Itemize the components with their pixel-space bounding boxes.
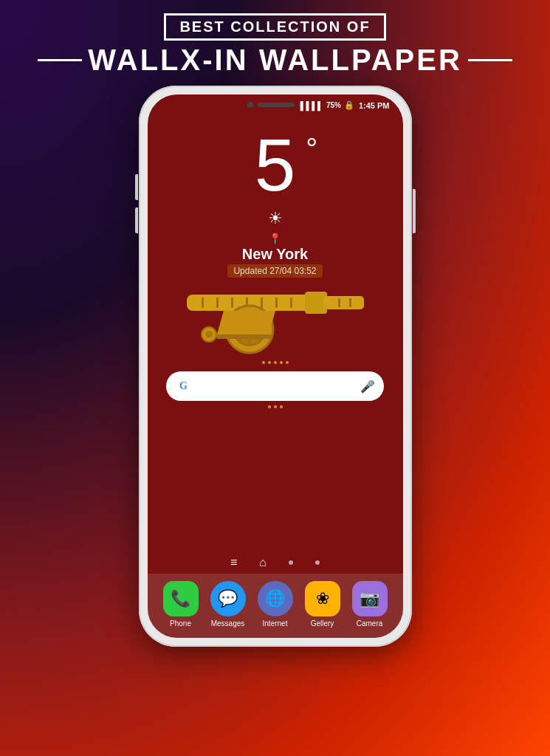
dock-apps-row: 📞 Phone 💬 Messages 🌐 Internet ❀ Gellery … <box>163 581 388 628</box>
lock-icon: 🔒 <box>344 100 354 110</box>
dots-decoration <box>262 361 289 364</box>
navigation-bar: ≡ ⌂ <box>148 550 403 574</box>
recents-dot-2 <box>315 560 320 565</box>
svg-rect-6 <box>275 298 278 308</box>
gallery-app-icon[interactable]: ❀ <box>305 581 340 616</box>
app-internet[interactable]: 🌐 Internet <box>258 581 293 628</box>
svg-rect-11 <box>349 298 351 307</box>
tag-line-text: BEST COLLECTION OF <box>179 18 370 35</box>
deco-line-left <box>38 59 82 61</box>
messages-app-icon[interactable]: 💬 <box>210 581 246 616</box>
svg-rect-1 <box>202 298 204 308</box>
wallpaper-content: 5° ☀ 📍 New York Updated 27/04 03:52 <box>148 113 403 550</box>
mic-icon[interactable]: 🎤 <box>360 379 375 394</box>
weather-sun-icon: ☀ <box>268 209 283 228</box>
phone-app-icon[interactable]: 📞 <box>163 581 199 616</box>
dots-decoration-2 <box>268 405 283 408</box>
svg-rect-9 <box>323 296 364 309</box>
app-messages[interactable]: 💬 Messages <box>210 581 246 628</box>
home-nav-icon[interactable]: ⌂ <box>259 556 267 569</box>
svg-rect-21 <box>216 334 272 339</box>
recents-dot-1 <box>289 560 293 565</box>
power-button[interactable] <box>413 189 416 233</box>
deco-line-right <box>468 59 512 61</box>
svg-rect-5 <box>261 298 263 308</box>
svg-rect-7 <box>290 298 292 308</box>
app-camera[interactable]: 📷 Camera <box>352 581 388 628</box>
messages-app-label: Messages <box>211 619 245 628</box>
svg-rect-3 <box>231 298 233 308</box>
internet-app-label: Internet <box>263 619 288 628</box>
tag-line-box: BEST COLLECTION OF <box>164 13 385 41</box>
app-dock: 📞 Phone 💬 Messages 🌐 Internet ❀ Gellery … <box>148 574 403 638</box>
svg-rect-2 <box>216 298 219 308</box>
camera-app-label: Camera <box>357 619 383 628</box>
battery-indicator: 75% <box>326 101 341 109</box>
title-row: WALLX-IN WALLPAPER <box>38 45 512 75</box>
phone-app-label: Phone <box>170 619 191 628</box>
cannon-svg <box>179 274 371 355</box>
degree-symbol: ° <box>306 134 317 163</box>
google-search-bar[interactable]: G 🎤 <box>166 371 383 401</box>
signal-icon: ▌▌▌▌ <box>300 101 323 110</box>
google-logo: G <box>175 378 191 394</box>
internet-app-icon[interactable]: 🌐 <box>258 581 293 616</box>
city-name: New York <box>242 246 308 263</box>
vol-down-button[interactable] <box>135 207 138 233</box>
svg-point-23 <box>205 331 213 338</box>
status-bar: ▌▌▌▌ 75% 🔒 1:45 PM <box>148 94 403 113</box>
temperature-widget: 5° <box>255 128 296 202</box>
camera-app-icon[interactable]: 📷 <box>352 581 388 616</box>
location-pin-icon: 📍 <box>269 233 281 244</box>
phone-screen: ▌▌▌▌ 75% 🔒 1:45 PM 5° ☀ 📍 New York Updat… <box>148 94 403 638</box>
vol-up-button[interactable] <box>135 174 138 200</box>
temperature-value: 5 <box>255 123 296 206</box>
app-gallery[interactable]: ❀ Gellery <box>305 581 340 628</box>
cannon-image <box>179 274 371 355</box>
time-display: 1:45 PM <box>359 101 390 110</box>
phone-device: ▌▌▌▌ 75% 🔒 1:45 PM 5° ☀ 📍 New York Updat… <box>139 86 412 647</box>
status-bar-content: ▌▌▌▌ 75% 🔒 1:45 PM <box>300 100 390 110</box>
main-title: WALLX-IN WALLPAPER <box>88 45 462 75</box>
app-phone[interactable]: 📞 Phone <box>163 581 199 628</box>
svg-marker-20 <box>216 311 275 337</box>
header-section: BEST COLLECTION OF WALLX-IN WALLPAPER <box>38 13 512 75</box>
svg-rect-10 <box>338 298 340 307</box>
menu-nav-icon[interactable]: ≡ <box>230 556 237 569</box>
gallery-app-label: Gellery <box>311 619 334 628</box>
